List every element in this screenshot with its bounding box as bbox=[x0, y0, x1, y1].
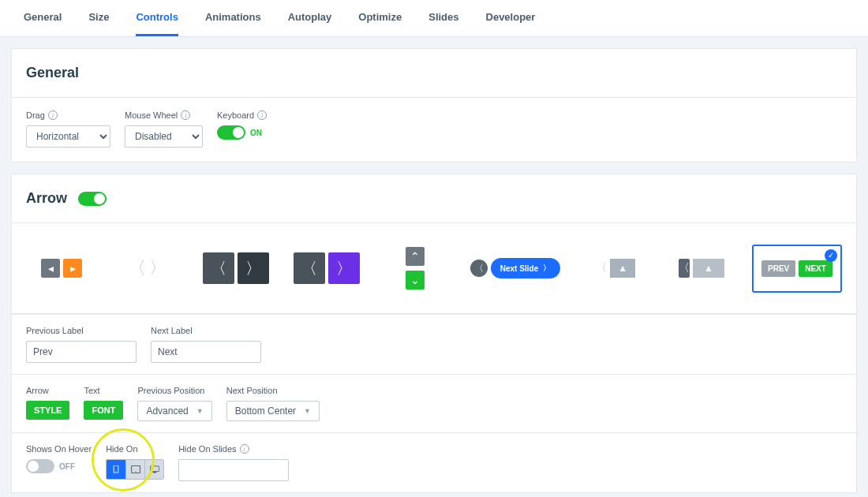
info-icon[interactable]: i bbox=[181, 110, 190, 120]
arrow-style-9[interactable]: ✓ PREV NEXT bbox=[752, 245, 842, 293]
info-icon[interactable]: i bbox=[240, 444, 249, 454]
hide-on-mobile[interactable] bbox=[107, 460, 125, 479]
panel-title-general: General bbox=[26, 65, 79, 81]
field-drag: Drag i Horizontal bbox=[26, 110, 110, 148]
arrow-style-8[interactable]: 〈 ▲ bbox=[666, 252, 737, 284]
arrow-style-7[interactable]: 〈 ▲ bbox=[580, 252, 651, 284]
shows-on-hover-label: Shows On Hover bbox=[26, 444, 92, 454]
tab-developer[interactable]: Developer bbox=[486, 0, 536, 36]
tab-optimize[interactable]: Optimize bbox=[358, 0, 402, 36]
arrow-style-5[interactable]: ⌃⌄ bbox=[380, 241, 451, 296]
drag-label: Drag bbox=[26, 110, 45, 120]
next-position-label: Next Position bbox=[226, 386, 320, 395]
panel-arrow: Arrow ◂▸ 〈〉 〈〉 〈〉 ⌃⌄ 〈 Next Slide〉 〈 ▲ 〈… bbox=[11, 174, 857, 493]
svg-rect-4 bbox=[150, 466, 159, 472]
svg-rect-5 bbox=[152, 472, 156, 473]
field-mousewheel: Mouse Wheel i Disabled bbox=[125, 110, 203, 148]
panel-general: General Drag i Horizontal Mouse Wheel i … bbox=[11, 48, 857, 163]
settings-tabs: General Size Controls Animations Autopla… bbox=[0, 0, 868, 37]
next-position-select[interactable]: Bottom Center▼ bbox=[226, 401, 320, 421]
text-font-label: Text bbox=[84, 386, 123, 395]
mousewheel-label: Mouse Wheel bbox=[125, 110, 178, 120]
mobile-icon bbox=[111, 465, 121, 473]
hide-on-label: Hide On bbox=[106, 444, 164, 454]
desktop-icon bbox=[150, 465, 159, 473]
shows-on-hover-state: OFF bbox=[59, 462, 75, 471]
tab-animations[interactable]: Animations bbox=[205, 0, 261, 36]
arrow-style-gallery: ◂▸ 〈〉 〈〉 〈〉 ⌃⌄ 〈 Next Slide〉 〈 ▲ 〈 ▲ ✓ P… bbox=[12, 223, 856, 313]
next-label-label: Next Label bbox=[151, 326, 261, 335]
previous-label-label: Previous Label bbox=[26, 326, 137, 335]
svg-point-3 bbox=[135, 471, 136, 472]
info-icon[interactable]: i bbox=[48, 110, 58, 120]
hide-on-seg bbox=[106, 459, 164, 480]
previous-position-label: Previous Position bbox=[137, 386, 211, 395]
text-font-button[interactable]: FONT bbox=[84, 401, 123, 420]
panel-title-arrow: Arrow bbox=[26, 190, 67, 207]
arrow-style-1[interactable]: ◂▸ bbox=[26, 252, 97, 284]
arrow-style-button[interactable]: STYLE bbox=[26, 401, 69, 420]
tab-controls[interactable]: Controls bbox=[136, 0, 178, 36]
arrow-style-label: Arrow bbox=[26, 386, 69, 395]
arrow-style-6[interactable]: 〈 Next Slide〉 bbox=[466, 252, 565, 285]
field-keyboard: Keyboard i ON bbox=[217, 110, 267, 148]
arrow-style-2[interactable]: 〈〉 bbox=[112, 250, 183, 286]
previous-position-select[interactable]: Advanced▼ bbox=[137, 401, 211, 421]
keyboard-label: Keyboard bbox=[217, 110, 254, 120]
tab-slides[interactable]: Slides bbox=[428, 0, 458, 36]
mousewheel-select[interactable]: Disabled bbox=[125, 125, 203, 148]
keyboard-toggle[interactable] bbox=[217, 125, 245, 140]
info-icon[interactable]: i bbox=[257, 110, 267, 120]
arrow-style-4[interactable]: 〈〉 bbox=[289, 246, 365, 290]
hide-on-slides-input[interactable] bbox=[178, 459, 289, 481]
tablet-icon bbox=[131, 465, 140, 473]
hide-on-slides-label: Hide On Slides bbox=[178, 444, 236, 454]
hide-on-tablet[interactable] bbox=[125, 460, 144, 479]
arrow-style-3[interactable]: 〈〉 bbox=[198, 246, 274, 290]
hide-on-desktop[interactable] bbox=[144, 460, 163, 479]
tab-size[interactable]: Size bbox=[88, 0, 109, 36]
drag-select[interactable]: Horizontal bbox=[26, 125, 110, 148]
shows-on-hover-toggle[interactable] bbox=[26, 459, 54, 473]
keyboard-toggle-state: ON bbox=[250, 129, 262, 137]
arrow-toggle[interactable] bbox=[78, 192, 107, 206]
check-icon: ✓ bbox=[825, 249, 837, 262]
tab-autoplay[interactable]: Autoplay bbox=[288, 0, 332, 36]
previous-label-input[interactable] bbox=[26, 341, 137, 363]
next-label-input[interactable] bbox=[151, 341, 261, 363]
svg-rect-1 bbox=[115, 472, 117, 473]
tab-general[interactable]: General bbox=[24, 0, 62, 36]
